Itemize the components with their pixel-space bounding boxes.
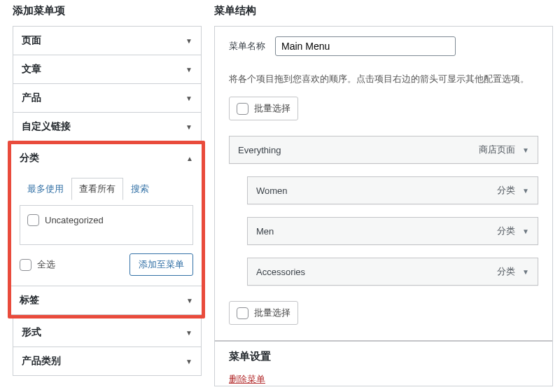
bulk-select-top[interactable]: 批量选择 bbox=[229, 97, 298, 120]
bulk-select-bottom[interactable]: 批量选择 bbox=[229, 301, 298, 325]
panel-posts[interactable]: 文章 ▼ bbox=[13, 55, 201, 83]
panel-pages-label: 页面 bbox=[22, 34, 41, 47]
caret-down-icon: ▼ bbox=[186, 37, 192, 45]
panel-posts-label: 文章 bbox=[22, 63, 41, 76]
menu-item-type: 分类 bbox=[497, 225, 515, 237]
delete-menu-link[interactable]: 删除菜单 bbox=[229, 374, 265, 384]
panel-product-categories[interactable]: 产品类别 ▼ bbox=[13, 347, 201, 375]
panel-custom-links[interactable]: 自定义链接 ▼ bbox=[13, 113, 201, 141]
menu-settings-heading: 菜单设置 bbox=[229, 350, 538, 363]
category-item-label: Uncategorized bbox=[45, 215, 104, 225]
menu-item[interactable]: Accessories 分类 ▼ bbox=[247, 258, 538, 286]
menu-item-label: Men bbox=[256, 226, 274, 237]
caret-down-icon[interactable]: ▼ bbox=[522, 187, 529, 195]
caret-down-icon: ▼ bbox=[186, 358, 192, 365]
add-menu-items-heading: 添加菜单项 bbox=[13, 4, 202, 18]
category-list: Uncategorized bbox=[20, 205, 193, 245]
caret-down-icon[interactable]: ▼ bbox=[522, 227, 529, 235]
menu-item-type: 商店页面 bbox=[479, 144, 515, 156]
panel-products[interactable]: 产品 ▼ bbox=[13, 84, 201, 112]
caret-up-icon: ▲ bbox=[186, 155, 193, 162]
menu-item[interactable]: Men 分类 ▼ bbox=[247, 217, 538, 245]
checkbox-icon[interactable] bbox=[20, 259, 31, 271]
select-all-label: 全选 bbox=[37, 258, 55, 271]
menu-structure-heading: 菜单结构 bbox=[214, 4, 553, 18]
panel-pages[interactable]: 页面 ▼ bbox=[13, 27, 201, 55]
caret-down-icon: ▼ bbox=[186, 123, 192, 131]
drag-instructions: 将各个项目拖到您喜欢的顺序。点击项目右边的箭头可显示其他配置选项。 bbox=[229, 73, 538, 85]
panel-categories-label: 分类 bbox=[20, 152, 39, 164]
menu-item-label: Everything bbox=[238, 145, 281, 155]
menu-item-type: 分类 bbox=[497, 184, 515, 197]
divider bbox=[215, 340, 552, 342]
panel-tags-label: 标签 bbox=[20, 294, 39, 307]
tab-search[interactable]: 搜索 bbox=[123, 178, 157, 200]
panel-categories-body: 最多使用 查看所有 搜索 Uncategorized bbox=[11, 172, 202, 286]
menu-item-type: 分类 bbox=[497, 265, 515, 278]
menu-items-list: Everything 商店页面 ▼ Women 分类 ▼ Men bbox=[229, 136, 538, 286]
bulk-select-label: 批量选择 bbox=[254, 307, 290, 319]
checkbox-icon[interactable] bbox=[237, 307, 248, 319]
panel-formats[interactable]: 形式 ▼ bbox=[13, 318, 201, 346]
bulk-select-label: 批量选择 bbox=[254, 102, 290, 115]
panel-products-label: 产品 bbox=[22, 92, 41, 104]
panel-custom-links-label: 自定义链接 bbox=[22, 120, 71, 133]
select-all-row[interactable]: 全选 bbox=[20, 257, 55, 272]
caret-down-icon: ▼ bbox=[186, 297, 193, 304]
menu-item-label: Women bbox=[256, 186, 288, 196]
panel-formats-label: 形式 bbox=[22, 326, 41, 339]
tab-view-all[interactable]: 查看所有 bbox=[71, 178, 123, 200]
menu-name-input[interactable] bbox=[275, 36, 456, 56]
menu-name-label: 菜单名称 bbox=[229, 40, 265, 52]
checkbox-icon[interactable] bbox=[27, 214, 39, 226]
tab-most-used[interactable]: 最多使用 bbox=[20, 178, 71, 200]
caret-down-icon[interactable]: ▼ bbox=[522, 146, 529, 154]
caret-down-icon: ▼ bbox=[186, 329, 192, 337]
checkbox-icon[interactable] bbox=[237, 103, 248, 115]
highlight-annotation: 分类 ▲ 最多使用 查看所有 搜索 Uncategorized bbox=[8, 141, 205, 318]
caret-down-icon: ▼ bbox=[186, 94, 192, 102]
caret-down-icon: ▼ bbox=[186, 66, 192, 74]
menu-structure-panel: 菜单名称 将各个项目拖到您喜欢的顺序。点击项目右边的箭头可显示其他配置选项。 批… bbox=[214, 26, 553, 386]
menu-item-type-accordion: 页面 ▼ 文章 ▼ 产品 ▼ 自定义链接 ▼ bbox=[13, 26, 202, 376]
caret-down-icon[interactable]: ▼ bbox=[522, 268, 529, 276]
category-tabs: 最多使用 查看所有 搜索 bbox=[20, 178, 193, 200]
category-item-uncategorized-row[interactable]: Uncategorized bbox=[27, 213, 186, 227]
menu-item[interactable]: Women 分类 ▼ bbox=[247, 176, 538, 204]
panel-tags[interactable]: 标签 ▼ bbox=[11, 286, 202, 314]
panel-categories[interactable]: 分类 ▲ bbox=[11, 144, 202, 172]
add-to-menu-button[interactable]: 添加至菜单 bbox=[130, 253, 193, 276]
panel-product-categories-label: 产品类别 bbox=[22, 355, 61, 368]
menu-item-label: Accessories bbox=[256, 267, 305, 277]
menu-item[interactable]: Everything 商店页面 ▼ bbox=[229, 136, 538, 164]
